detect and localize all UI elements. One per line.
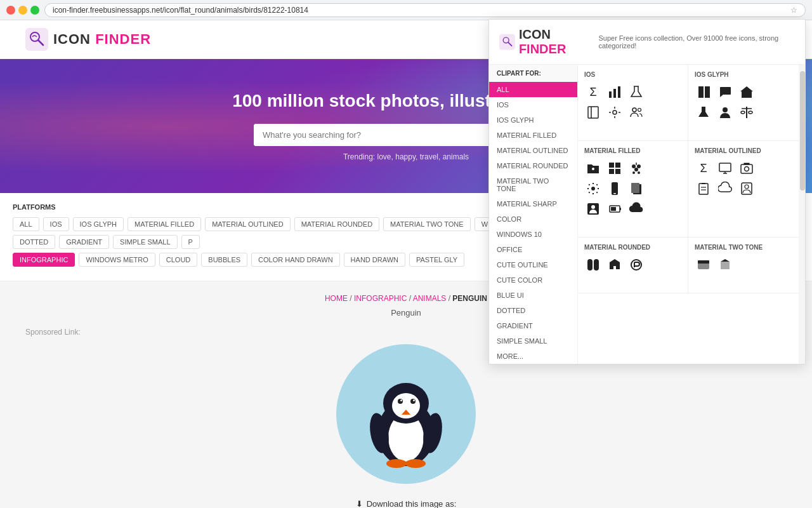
mat-outlined-cloud[interactable]: [716, 180, 734, 197]
ios-icon-sigma[interactable]: Σ: [584, 83, 602, 101]
mat-filled-folder[interactable]: [584, 159, 602, 177]
svg-rect-30: [698, 86, 704, 98]
dropdown-menu-item[interactable]: GRADIENT: [489, 318, 577, 333]
dropdown-menu-item[interactable]: MATERIAL TWO TONE: [489, 173, 577, 196]
mat-rounded-1[interactable]: [584, 256, 602, 274]
dropdown-logo-icon: [499, 33, 515, 51]
dropdown-menu-item[interactable]: CUTE OUTLINE: [489, 257, 577, 272]
scrollbar[interactable]: [799, 65, 805, 364]
section-material-two-tone: MATERIAL TWO TONE: [688, 237, 799, 293]
platform-tag[interactable]: P: [181, 235, 200, 249]
platform-tag[interactable]: IOS: [43, 217, 69, 231]
dropdown-menu-item[interactable]: MATERIAL FILLED: [489, 128, 577, 143]
glyph-icon-scale[interactable]: [738, 104, 756, 121]
breadcrumb-animals[interactable]: ANIMALS: [413, 294, 447, 303]
platform-tag[interactable]: COLOR HAND DRAWN: [251, 253, 340, 267]
mat-outlined-monitor[interactable]: [716, 159, 734, 177]
platform-tag[interactable]: DOTTED: [13, 235, 55, 249]
dropdown-menu-item[interactable]: CUTE COLOR: [489, 272, 577, 288]
platform-tag[interactable]: ALL: [13, 217, 39, 231]
dropdown-content: IOS Σ: [578, 65, 799, 293]
platform-tag[interactable]: INFOGRAPHIC: [13, 253, 75, 267]
dropdown-menu-item[interactable]: OFFICE: [489, 242, 577, 257]
maximize-button[interactable]: [30, 6, 39, 15]
glyph-icon-home[interactable]: [738, 83, 756, 101]
close-button[interactable]: [6, 6, 15, 15]
dropdown-menu-item[interactable]: DOTTED: [489, 303, 577, 318]
breadcrumb-home[interactable]: HOME: [325, 294, 348, 303]
dropdown-menu-list: ALLIOSIOS GLYPHMATERIAL FILLEDMATERIAL O…: [489, 82, 577, 364]
dropdown-menu-item[interactable]: MATERIAL ROUNDED: [489, 158, 577, 173]
download-label: ⬇ Download this image as:: [25, 499, 787, 508]
logo[interactable]: ICON FINDER: [25, 28, 151, 51]
ios-icons-row2: [584, 104, 681, 121]
scrollbar-thumb[interactable]: [800, 71, 805, 190]
dropdown-menu-item[interactable]: MATERIAL OUTLINED: [489, 143, 577, 158]
dropdown-menu-item[interactable]: MATERIAL SHARP: [489, 196, 577, 211]
mat-twotone-1[interactable]: [695, 256, 712, 274]
mat-rounded-3[interactable]: [627, 256, 645, 274]
svg-rect-21: [609, 91, 612, 98]
platform-tag[interactable]: BUBBLES: [201, 253, 247, 267]
ios-icon-flask[interactable]: [627, 83, 645, 101]
window-controls[interactable]: [6, 6, 39, 15]
mat-filled-battery[interactable]: [606, 200, 624, 218]
mat-twotone-2[interactable]: [716, 256, 734, 274]
url-bar[interactable]: icon-finder.freebusinessapps.net/icon/fl…: [44, 3, 806, 17]
dropdown-menu-item[interactable]: IOS: [489, 97, 577, 112]
svg-point-36: [741, 111, 745, 114]
glyph-icon-book[interactable]: [695, 83, 712, 101]
platform-tag[interactable]: MATERIAL TWO TONE: [383, 217, 471, 231]
dropdown-menu-item[interactable]: BLUE UI: [489, 288, 577, 303]
ios-icon-chart[interactable]: [606, 83, 624, 101]
platform-tag[interactable]: IOS GLYPH: [73, 217, 124, 231]
dropdown-menu-item[interactable]: MORE...: [489, 349, 577, 364]
ios-icon-book[interactable]: [584, 104, 602, 121]
dropdown-menu-item[interactable]: WINDOWS 10: [489, 227, 577, 242]
dropdown-logo-text: ICON FINDER: [519, 27, 593, 57]
mat-filled-copy[interactable]: [627, 180, 645, 197]
mat-filled-badge[interactable]: [584, 200, 602, 218]
platform-tag[interactable]: SIMPLE SMALL: [113, 235, 177, 249]
mat-outlined-clipboard[interactable]: [695, 180, 712, 197]
platform-tag[interactable]: CLOUD: [159, 253, 198, 267]
dropdown-tagline: Super Free icons collection, Over 91000 …: [598, 34, 795, 50]
svg-point-29: [638, 109, 641, 112]
svg-rect-64: [699, 184, 708, 194]
dropdown-menu-item[interactable]: ALL: [489, 82, 577, 97]
platform-tag[interactable]: GRADIENT: [59, 235, 109, 249]
platform-tag[interactable]: PASTEL GLY: [409, 253, 464, 267]
mat-outlined-camera[interactable]: [738, 159, 756, 177]
ios-icon-people[interactable]: [627, 104, 645, 121]
svg-rect-41: [609, 169, 614, 174]
svg-point-16: [386, 459, 407, 468]
url-text: icon-finder.freebusinessapps.net/icon/fl…: [53, 6, 308, 15]
glyph-icon-chat[interactable]: [716, 83, 734, 101]
platform-tag[interactable]: HAND DRAWN: [344, 253, 405, 267]
svg-point-49: [591, 187, 595, 190]
glyph-icon-person[interactable]: [716, 104, 734, 121]
mat-filled-grapes[interactable]: [627, 159, 645, 177]
minimize-button[interactable]: [18, 6, 27, 15]
mat-filled-grid[interactable]: [606, 159, 624, 177]
mat-twotone-row1: [695, 256, 792, 274]
platform-tag[interactable]: WINDOWS METRO: [79, 253, 155, 267]
dropdown-menu-item[interactable]: IOS GLYPH: [489, 112, 577, 128]
mat-filled-cloud[interactable]: [627, 200, 645, 218]
glyph-icon-flask[interactable]: [695, 104, 712, 121]
dropdown-menu-item[interactable]: SIMPLE SMALL: [489, 333, 577, 349]
clipart-for-label: CLIPART FOR:: [489, 65, 577, 82]
platform-tag[interactable]: MATERIAL FILLED: [128, 217, 201, 231]
mat-outlined-person[interactable]: [738, 180, 756, 197]
mat-outlined-sigma[interactable]: Σ: [695, 159, 712, 177]
ios-icon-settings[interactable]: [606, 104, 624, 121]
breadcrumb-infographic[interactable]: INFOGRAPHIC: [354, 294, 407, 303]
dropdown-menu-item[interactable]: COLOR: [489, 211, 577, 227]
mat-filled-phone[interactable]: [606, 180, 624, 197]
platform-tag[interactable]: MATERIAL ROUNDED: [294, 217, 379, 231]
mat-filled-gear[interactable]: [584, 180, 602, 197]
platform-tag[interactable]: MATERIAL OUTLINED: [205, 217, 290, 231]
section-ios: IOS Σ: [578, 65, 688, 141]
bookmark-icon[interactable]: ☆: [790, 6, 797, 15]
mat-rounded-2[interactable]: [606, 256, 624, 274]
